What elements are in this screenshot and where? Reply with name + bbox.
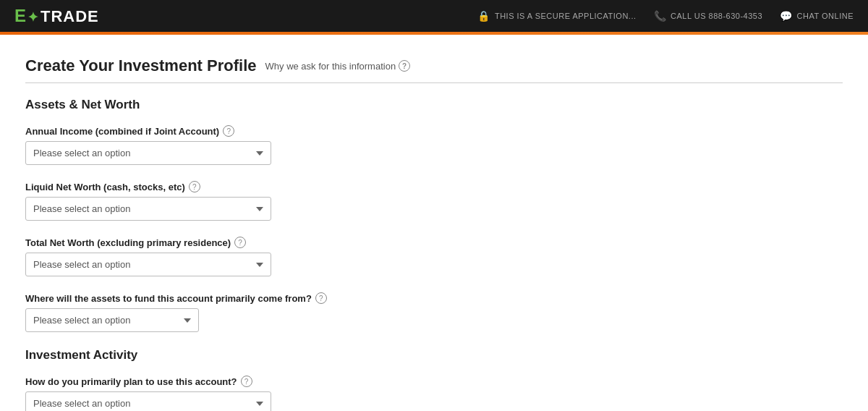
assets-fund-group: Where will the assets to fund this accou… <box>25 292 843 332</box>
assets-fund-label: Where will the assets to fund this accou… <box>25 292 843 304</box>
annual-income-help-icon[interactable]: ? <box>223 125 234 137</box>
liquid-net-worth-select[interactable]: Please select an option <box>25 197 271 221</box>
call-info: 📞 CALL US 888-630-4353 <box>654 10 763 22</box>
header: E✦TRADE 🔒 THIS IS A SECURE APPLICATION..… <box>0 0 868 32</box>
lock-icon: 🔒 <box>477 10 490 22</box>
logo: E✦TRADE <box>14 6 99 26</box>
liquid-net-worth-help-icon[interactable]: ? <box>189 181 200 192</box>
total-net-worth-label: Total Net Worth (excluding primary resid… <box>25 237 843 248</box>
liquid-net-worth-label: Liquid Net Worth (cash, stocks, etc) ? <box>25 181 843 192</box>
plan-use-select[interactable]: Please select an option <box>25 391 271 411</box>
why-ask-text: Why we ask for this information <box>265 61 396 72</box>
secure-indicator: 🔒 THIS IS A SECURE APPLICATION... <box>477 10 636 22</box>
chat-icon: 💬 <box>780 10 793 22</box>
chat-label: CHAT ONLINE <box>797 12 854 20</box>
annual-income-label: Annual Income (combined if Joint Account… <box>25 125 843 137</box>
logo-x: E <box>14 6 27 25</box>
main-content: Create Your Investment Profile Why we as… <box>0 35 868 411</box>
plan-use-label: How do you primarily plan to use this ac… <box>25 376 843 387</box>
header-right: 🔒 THIS IS A SECURE APPLICATION... 📞 CALL… <box>477 10 854 22</box>
liquid-net-worth-group: Liquid Net Worth (cash, stocks, etc) ? P… <box>25 181 843 221</box>
plan-use-help-icon[interactable]: ? <box>241 376 252 387</box>
assets-fund-help-icon[interactable]: ? <box>315 292 327 304</box>
annual-income-select[interactable]: Please select an option <box>25 141 271 165</box>
assets-section-title: Assets & Net Worth <box>25 98 843 112</box>
investment-activity-section: Investment Activity How do you primarily… <box>25 348 843 411</box>
logo-trade: TRADE <box>41 7 99 25</box>
section-divider <box>25 82 843 83</box>
page-title-row: Create Your Investment Profile Why we as… <box>25 56 843 75</box>
assets-fund-select[interactable]: Please select an option <box>25 308 199 332</box>
investment-activity-title: Investment Activity <box>25 348 843 363</box>
annual-income-group: Annual Income (combined if Joint Account… <box>25 125 843 165</box>
logo-star: ✦ <box>27 10 39 25</box>
call-label: CALL US 888-630-4353 <box>671 12 762 20</box>
plan-use-group: How do you primarily plan to use this ac… <box>25 376 843 411</box>
phone-icon: 📞 <box>654 10 667 22</box>
total-net-worth-select[interactable]: Please select an option <box>25 253 271 276</box>
total-net-worth-help-icon[interactable]: ? <box>234 237 246 248</box>
page-title: Create Your Investment Profile <box>25 56 257 75</box>
why-ask-help-icon[interactable]: ? <box>399 60 410 72</box>
chat-info[interactable]: 💬 CHAT ONLINE <box>780 10 854 22</box>
why-ask-link[interactable]: Why we ask for this information ? <box>265 60 411 72</box>
assets-section: Assets & Net Worth Annual Income (combin… <box>25 98 843 332</box>
total-net-worth-group: Total Net Worth (excluding primary resid… <box>25 237 843 276</box>
secure-label: THIS IS A SECURE APPLICATION... <box>495 12 637 20</box>
